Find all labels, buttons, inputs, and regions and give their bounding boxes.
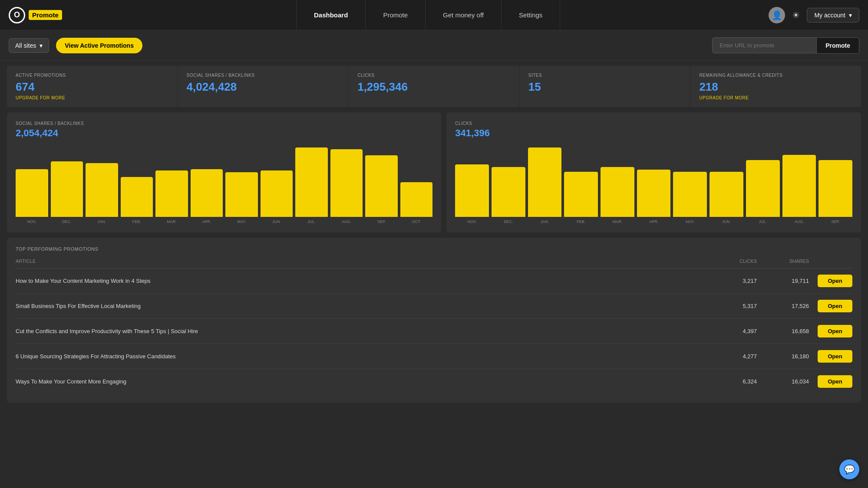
nav-get-money-off[interactable]: Get money off (425, 0, 502, 30)
top-performing-table: TOP PERFORMING PROMOTIONS ARTICLE CLICKS… (7, 238, 861, 403)
view-active-promotions-button[interactable]: View Active Promotions (56, 38, 142, 53)
bar-label: JUL. (307, 219, 316, 224)
clicks-value: 5,317 (705, 303, 757, 309)
brand-badge: Promote (29, 10, 62, 20)
clicks-value: 4,277 (705, 353, 757, 360)
theme-toggle-icon[interactable]: ☀ (792, 10, 800, 20)
bar-label: FEB. (577, 219, 585, 224)
bar-group: DEC. (51, 161, 83, 224)
all-sites-button[interactable]: All sites ▾ (9, 38, 49, 53)
chevron-down-icon: ▾ (40, 42, 43, 49)
toolbar: All sites ▾ View Active Promotions Promo… (0, 30, 868, 61)
bar-label: DEC. (504, 219, 513, 224)
bar-group: JAN. (86, 163, 118, 224)
bar-group: APR. (637, 170, 671, 224)
bar (673, 172, 707, 217)
bar (528, 147, 562, 217)
bar (710, 172, 743, 217)
bar-label: SEP. (377, 219, 386, 224)
bar-label: MAY. (237, 219, 246, 224)
stat-remaining: REMAINING ALLOWANCE & CREDITS 218 UPGRAD… (690, 66, 861, 107)
bar (261, 170, 293, 217)
bar-group: MAY. (225, 172, 258, 224)
avatar[interactable]: 👤 (769, 7, 785, 23)
bar-group: MAY. (673, 172, 707, 224)
logo-icon: O (9, 7, 25, 23)
bar (121, 177, 153, 217)
article-text: 6 Unique Sourcing Strategies For Attract… (16, 353, 705, 360)
url-input[interactable] (712, 37, 816, 53)
bar (86, 163, 118, 217)
header-right: 👤 ☀ My account ▾ (769, 7, 859, 23)
bar (155, 170, 188, 217)
bar (782, 155, 816, 217)
stat-clicks: CLICKS 1,295,346 (349, 66, 519, 107)
open-button[interactable]: Open (818, 325, 852, 337)
article-text: Small Business Tips For Effective Local … (16, 303, 705, 309)
clicks-value: 3,217 (705, 278, 757, 284)
bar-label: MAR. (167, 219, 177, 224)
open-button[interactable]: Open (818, 350, 852, 363)
main-nav: Dashboard Promote Get money off Settings (88, 0, 769, 30)
open-button[interactable]: Open (818, 375, 852, 388)
bar-group: AUG. (330, 149, 363, 224)
open-button[interactable]: Open (818, 300, 852, 312)
bar-group: MAR. (155, 170, 188, 224)
bar (400, 182, 433, 217)
bar-group: JUN. (261, 170, 293, 224)
open-button[interactable]: Open (818, 275, 852, 287)
table-row: Cut the Conflicts and Improve Productivi… (16, 319, 852, 344)
bar-label: JUL. (759, 219, 767, 224)
bar-label: JAN. (541, 219, 549, 224)
bar-group: FEB. (121, 177, 153, 224)
table-row: Small Business Tips For Effective Local … (16, 294, 852, 319)
shares-value: 19,711 (757, 278, 809, 284)
bar-group: SEP. (818, 160, 852, 224)
bar-label: AUG. (794, 219, 804, 224)
bar-label: APR. (649, 219, 658, 224)
bar-group: SEP. (365, 155, 398, 224)
bar (637, 170, 671, 217)
bar-label: AUG. (342, 219, 351, 224)
bar-group: JUL. (295, 147, 328, 224)
shares-value: 17,526 (757, 303, 809, 309)
clicks-chart: CLICKS 341,396 NOV.DEC.JAN.FEB.MAR.APR.M… (446, 112, 861, 233)
bar-label: NOV. (468, 219, 477, 224)
bar-label: OCT. (412, 219, 421, 224)
my-account-button[interactable]: My account ▾ (807, 8, 859, 23)
table-row: 6 Unique Sourcing Strategies For Attract… (16, 344, 852, 369)
chat-bubble[interactable]: 💬 (839, 459, 859, 479)
table-row: How to Make Your Content Marketing Work … (16, 269, 852, 294)
bar-label: JUN. (722, 219, 731, 224)
clicks-bar-chart: NOV.DEC.JAN.FEB.MAR.APR.MAY.JUN.JUL.AUG.… (455, 146, 852, 224)
bar-group: JAN. (528, 147, 562, 224)
bar-group: JUL. (746, 160, 780, 224)
nav-promote[interactable]: Promote (365, 0, 426, 30)
bar-label: FEB. (132, 219, 141, 224)
bar (818, 160, 852, 217)
stat-active-promotions: ACTIVE PROMOTIONS 674 UPGRADE FOR MORE (7, 66, 178, 107)
bar (225, 172, 258, 217)
table-row: Ways To Make Your Content More Engaging … (16, 369, 852, 394)
chevron-down-icon: ▾ (849, 12, 852, 19)
bar-group: OCT. (400, 182, 433, 224)
nav-dashboard[interactable]: Dashboard (296, 0, 366, 30)
promote-button[interactable]: Promote (816, 37, 859, 54)
bar-group: DEC. (492, 167, 525, 224)
bar-group: NOV. (455, 164, 489, 224)
article-text: Cut the Conflicts and Improve Productivi… (16, 328, 705, 334)
bar (16, 169, 48, 217)
bar-label: SEP. (831, 219, 839, 224)
bar-group: AUG. (782, 155, 816, 224)
bar (191, 169, 223, 217)
stats-row: ACTIVE PROMOTIONS 674 UPGRADE FOR MORE S… (7, 66, 861, 107)
social-bar-chart: NOV.DEC.JAN.FEB.MAR.APR.MAY.JUN.JUL.AUG.… (16, 146, 432, 224)
bar (455, 164, 489, 217)
shares-value: 16,180 (757, 353, 809, 360)
charts-row: SOCIAL SHARES / BACKLINKS 2,054,424 NOV.… (7, 112, 861, 233)
social-shares-chart: SOCIAL SHARES / BACKLINKS 2,054,424 NOV.… (7, 112, 441, 233)
bar (51, 161, 83, 217)
bar-group: FEB. (564, 172, 598, 224)
bar-group: NOV. (16, 169, 48, 224)
nav-settings[interactable]: Settings (501, 0, 560, 30)
